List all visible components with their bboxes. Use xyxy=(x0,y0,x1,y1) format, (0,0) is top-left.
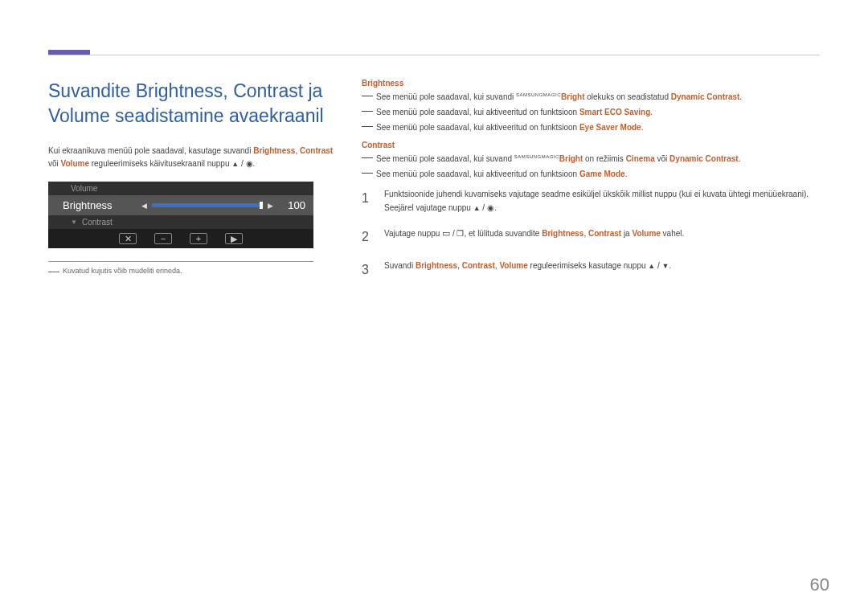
jog-icon xyxy=(487,203,494,212)
osd-value: 100 xyxy=(280,199,305,211)
osd-minus-icon: − xyxy=(154,233,172,244)
contrast-note-1: ― See menüü pole saadaval, kui suvand SA… xyxy=(362,153,820,166)
source-icon xyxy=(442,229,450,238)
osd-row-brightness: Brightness ◀ ▶ 100 xyxy=(48,195,313,215)
intro-pre: Kui ekraanikuva menüü pole saadaval, kas… xyxy=(48,146,253,155)
intro-paragraph: Kui ekraanikuva menüü pole saadaval, kas… xyxy=(48,145,338,170)
page-number: 60 xyxy=(810,574,829,595)
brightness-note-3: ― See menüü pole saadaval, kui aktiveeri… xyxy=(362,121,820,134)
kw-contrast: Contrast xyxy=(300,146,333,155)
step-1-num: 1 xyxy=(362,187,373,215)
footnote-text: Kuvatud kujutis võib mudeliti erineda. xyxy=(63,267,182,276)
footnote-rule xyxy=(48,261,313,262)
brightness-note-2: ― See menüü pole saadaval, kui aktiveeri… xyxy=(362,106,820,119)
kw-brightness: Brightness xyxy=(253,146,295,155)
down-icon xyxy=(662,261,669,270)
slider-thumb xyxy=(260,202,263,209)
up-icon xyxy=(648,261,655,270)
osd-preview: Volume Brightness ◀ ▶ 100 ▼ Contrast ✕ xyxy=(48,182,313,248)
osd-row-volume: Volume xyxy=(48,182,313,195)
down-icon: ▼ xyxy=(71,219,77,226)
osd-close-icon: ✕ xyxy=(119,233,137,244)
contrast-note-2: ― See menüü pole saadaval, kui aktiveeri… xyxy=(362,168,820,181)
footnote: ― Kuvatud kujutis võib mudeliti erineda. xyxy=(48,267,338,276)
osd-volume-label: Volume xyxy=(71,184,97,193)
kw-volume: Volume xyxy=(61,159,89,168)
step-2-num: 2 xyxy=(362,226,373,247)
up-icon xyxy=(231,159,239,168)
slider-left-icon: ◀ xyxy=(141,202,147,210)
up-icon xyxy=(473,203,481,212)
osd-play-icon: ▶ xyxy=(225,233,243,244)
osd-contrast-label: Contrast xyxy=(82,218,113,227)
jog-icon xyxy=(246,159,253,168)
osd-plus-icon: + xyxy=(190,233,207,244)
top-rule xyxy=(48,55,820,55)
osd-row-contrast: ▼ Contrast xyxy=(48,215,313,229)
slider-track xyxy=(152,203,263,207)
osd-brightness-label: Brightness xyxy=(63,199,135,211)
step-2: 2 Vajutage nuppu / , et lülituda suvandi… xyxy=(362,226,820,247)
osd-button-row: ✕ − + ▶ xyxy=(48,229,313,248)
brightness-note-1: ― See menüü pole saadaval, kui suvandi S… xyxy=(362,91,820,104)
step-3-num: 3 xyxy=(362,259,373,280)
slider-right-icon: ▶ xyxy=(268,202,273,210)
osd-slider: ◀ ▶ xyxy=(141,202,273,210)
page-title: Suvandite Brightness, Contrast ja Volume… xyxy=(48,79,338,129)
section-contrast: Contrast xyxy=(362,141,820,149)
step-1: 1 Funktsioonide juhendi kuvamiseks vajut… xyxy=(362,187,820,215)
section-brightness: Brightness xyxy=(362,79,820,88)
step-3: 3 Suvandi Brightness, Contrast, Volume r… xyxy=(362,259,820,280)
